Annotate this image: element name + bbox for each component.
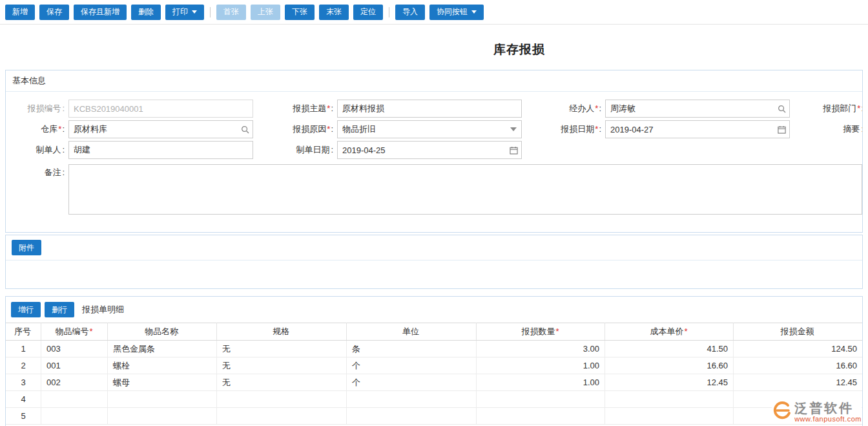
detail-panel: 增行 删行 报损单明细 序号 物品编号* 物品名称 规格 单位 报损数量* 成本… bbox=[5, 296, 863, 426]
chevron-down-icon[interactable] bbox=[509, 125, 518, 134]
table-header-row: 序号 物品编号* 物品名称 规格 单位 报损数量* 成本单价* 报损金额 bbox=[6, 323, 862, 341]
summary-label: 摘要: bbox=[790, 123, 863, 135]
save-button[interactable]: 保存 bbox=[39, 5, 69, 20]
item-name-cell[interactable]: 黑色金属条 bbox=[108, 341, 217, 357]
detail-table: 序号 物品编号* 物品名称 规格 单位 报损数量* 成本单价* 报损金额 1 0… bbox=[6, 323, 862, 425]
item-name-cell[interactable] bbox=[108, 391, 217, 408]
item-code-cell[interactable] bbox=[41, 391, 108, 408]
create-date-label: 制单日期: bbox=[253, 144, 337, 156]
amount-cell[interactable]: 16.60 bbox=[734, 357, 863, 374]
warehouse-label: 仓库*: bbox=[6, 123, 68, 135]
caret-down-icon bbox=[192, 10, 197, 14]
attachment-header: 附件 bbox=[6, 235, 862, 261]
search-icon[interactable] bbox=[777, 104, 786, 113]
item-name-cell[interactable] bbox=[108, 408, 217, 425]
item-code-cell[interactable] bbox=[41, 408, 108, 425]
calendar-icon[interactable] bbox=[509, 145, 518, 154]
table-row: 5 bbox=[6, 408, 862, 425]
row-number-cell: 5 bbox=[6, 408, 41, 425]
table-row: 3 002 螺母 无 个 1.00 12.45 12.45 bbox=[6, 374, 862, 391]
spec-cell[interactable]: 无 bbox=[217, 374, 347, 391]
dept-label: 报损部门*: bbox=[790, 103, 863, 114]
import-button[interactable]: 导入 bbox=[395, 5, 425, 20]
creator-label: 制单人: bbox=[6, 144, 68, 156]
new-button[interactable]: 新增 bbox=[5, 5, 35, 20]
form-row: 仓库*: 报损原因*: 报损日期*: bbox=[6, 120, 862, 138]
collaboration-button[interactable]: 协同按钮 bbox=[429, 5, 484, 20]
table-row: 1 003 黑色金属条 无 条 3.00 41.50 124.50 bbox=[6, 341, 862, 357]
toolbar-separator bbox=[210, 7, 211, 17]
add-row-button[interactable]: 增行 bbox=[11, 302, 41, 317]
unit-cell[interactable] bbox=[347, 408, 477, 425]
agent-input[interactable] bbox=[605, 100, 790, 118]
item-name-cell[interactable]: 螺栓 bbox=[108, 357, 217, 374]
delete-button[interactable]: 删除 bbox=[131, 5, 161, 20]
unit-cell[interactable]: 个 bbox=[347, 374, 477, 391]
subject-input[interactable] bbox=[337, 100, 522, 118]
unit-cell[interactable]: 个 bbox=[347, 357, 477, 374]
field-dept: 报损部门*: bbox=[790, 100, 863, 118]
attachment-panel: 附件 bbox=[5, 235, 863, 289]
basic-info-title: 基本信息 bbox=[12, 76, 46, 85]
spec-cell[interactable]: 无 bbox=[217, 357, 347, 374]
print-button[interactable]: 打印 bbox=[165, 5, 204, 20]
col-header-code: 物品编号* bbox=[41, 323, 108, 341]
price-cell[interactable] bbox=[605, 408, 734, 425]
code-input[interactable] bbox=[68, 100, 253, 118]
loss-date-label: 报损日期*: bbox=[522, 123, 605, 135]
field-warehouse: 仓库*: bbox=[6, 120, 253, 138]
next-record-button[interactable]: 下张 bbox=[285, 5, 315, 20]
item-code-cell[interactable]: 002 bbox=[41, 374, 108, 391]
watermark-url: www.fanpusoft.com bbox=[794, 415, 862, 423]
last-record-button[interactable]: 末张 bbox=[319, 5, 349, 20]
creator-input[interactable] bbox=[68, 141, 253, 159]
spec-cell[interactable]: 无 bbox=[217, 341, 347, 357]
reason-select[interactable] bbox=[337, 120, 522, 138]
page-title-text: 库存报损 bbox=[493, 43, 545, 56]
locate-button[interactable]: 定位 bbox=[353, 5, 383, 20]
toolbar: 新增 保存 保存且新增 删除 打印 首张 上张 下张 末张 定位 导入 协同按钮 bbox=[0, 0, 868, 25]
qty-cell[interactable] bbox=[477, 408, 605, 425]
search-icon[interactable] bbox=[240, 125, 249, 134]
detail-toolbar: 增行 删行 报损单明细 bbox=[6, 297, 862, 323]
unit-cell[interactable] bbox=[347, 391, 477, 408]
item-code-cell[interactable]: 001 bbox=[41, 357, 108, 374]
calendar-icon[interactable] bbox=[777, 125, 786, 134]
spec-cell[interactable] bbox=[217, 391, 347, 408]
field-summary: 摘要: bbox=[790, 120, 863, 138]
loss-date-input[interactable] bbox=[605, 120, 790, 138]
form-row: 制单人: 制单日期: bbox=[6, 141, 862, 159]
item-code-cell[interactable]: 003 bbox=[41, 341, 108, 357]
delete-row-button[interactable]: 删行 bbox=[45, 302, 74, 317]
watermark-name: 泛普软件 bbox=[794, 401, 862, 415]
price-cell[interactable] bbox=[605, 391, 734, 408]
fanpu-watermark: 泛普软件 www.fanpusoft.com bbox=[772, 400, 862, 423]
field-reason: 报损原因*: bbox=[253, 120, 522, 138]
form-row: 备注: bbox=[6, 164, 862, 215]
first-record-button[interactable]: 首张 bbox=[216, 5, 246, 20]
caret-down-icon bbox=[471, 10, 477, 14]
col-header-unit: 单位 bbox=[347, 323, 477, 341]
item-name-cell[interactable]: 螺母 bbox=[108, 374, 217, 391]
create-date-input[interactable] bbox=[337, 141, 522, 159]
prev-record-button[interactable]: 上张 bbox=[251, 5, 280, 20]
price-cell[interactable]: 16.60 bbox=[605, 357, 734, 374]
price-cell[interactable]: 12.45 bbox=[605, 374, 734, 391]
price-cell[interactable]: 41.50 bbox=[605, 341, 734, 357]
attachment-button[interactable]: 附件 bbox=[12, 240, 41, 255]
spec-cell[interactable] bbox=[217, 408, 347, 425]
toolbar-separator bbox=[389, 7, 389, 17]
remark-textarea[interactable] bbox=[68, 164, 862, 215]
qty-cell[interactable] bbox=[477, 391, 605, 408]
warehouse-input[interactable] bbox=[68, 120, 253, 138]
save-and-new-button[interactable]: 保存且新增 bbox=[74, 5, 127, 20]
page-title: 库存报损 bbox=[0, 41, 868, 58]
table-row: 2 001 螺栓 无 个 1.00 16.60 16.60 bbox=[6, 357, 862, 374]
amount-cell[interactable]: 12.45 bbox=[734, 374, 863, 391]
unit-cell[interactable]: 条 bbox=[347, 341, 477, 357]
qty-cell[interactable]: 1.00 bbox=[477, 357, 605, 374]
qty-cell[interactable]: 3.00 bbox=[477, 341, 605, 357]
field-loss-date: 报损日期*: bbox=[522, 120, 790, 138]
amount-cell[interactable]: 124.50 bbox=[734, 341, 863, 357]
qty-cell[interactable]: 1.00 bbox=[477, 374, 605, 391]
